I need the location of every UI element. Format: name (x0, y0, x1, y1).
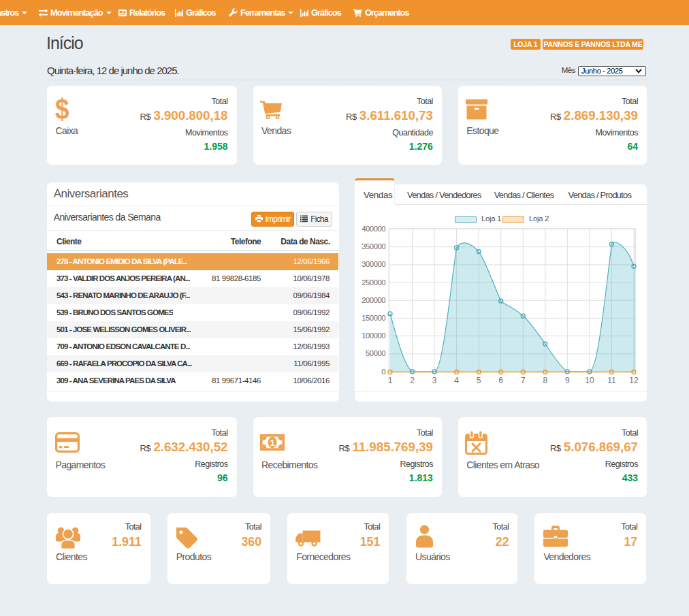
svg-text:1: 1 (270, 438, 274, 448)
